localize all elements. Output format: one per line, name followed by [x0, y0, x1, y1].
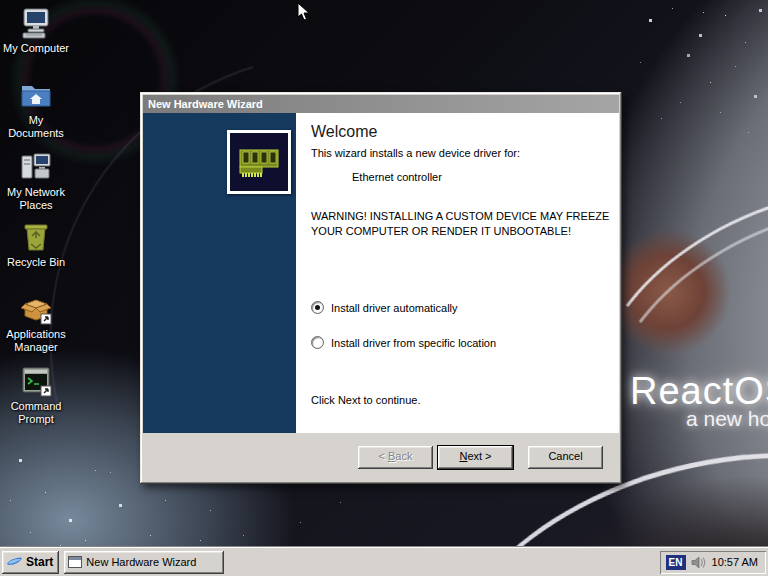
wizard-heading: Welcome — [311, 123, 377, 141]
start-logo-icon — [6, 555, 23, 570]
desktop-icon-my-documents[interactable]: My Documents — [2, 78, 70, 140]
wizard-hint-text: Click Next to continue. — [311, 394, 420, 406]
system-tray: EN 10:57 AM — [660, 551, 766, 574]
desktop-icon-command-prompt[interactable]: Command Prompt — [2, 364, 70, 426]
button-text: ext > — [467, 450, 491, 462]
desktop-icon-label: Recycle Bin — [2, 256, 70, 269]
recycle-bin-icon — [19, 220, 53, 254]
mouse-cursor-icon — [297, 2, 311, 22]
command-prompt-icon — [19, 364, 53, 398]
ram-module-icon — [236, 142, 282, 182]
next-button[interactable]: Next > — [437, 445, 514, 470]
desktop-icon-label: My Documents — [2, 114, 70, 140]
radio-install-automatically[interactable]: Install driver automatically — [311, 301, 458, 314]
button-text: Cancel — [548, 450, 582, 462]
my-network-places-icon — [19, 150, 53, 184]
task-button-new-hardware-wizard[interactable]: New Hardware Wizard — [64, 551, 224, 574]
window-titlebar[interactable]: New Hardware Wizard — [143, 95, 619, 113]
radio-install-specific-location[interactable]: Install driver from specific location — [311, 336, 496, 349]
keyboard-layout-indicator[interactable]: EN — [666, 555, 686, 570]
radio-label: Install driver automatically — [331, 302, 458, 314]
my-computer-icon — [19, 6, 53, 40]
device-name-text: Ethernet controller — [352, 171, 442, 183]
desktop-icon-my-computer[interactable]: My Computer — [2, 6, 70, 55]
wizard-side-panel — [143, 113, 296, 433]
applications-manager-icon — [19, 292, 53, 326]
radio-button-icon[interactable] — [311, 336, 324, 349]
start-label: Start — [26, 555, 53, 569]
wizard-content: Welcome This wizard installs a new devic… — [296, 113, 619, 433]
wallpaper-tagline-text: a new hope — [686, 407, 768, 431]
desktop-icon-my-network-places[interactable]: My Network Places — [2, 150, 70, 212]
wizard-body: Welcome This wizard installs a new devic… — [143, 113, 619, 433]
radio-button-icon[interactable] — [311, 301, 324, 314]
desktop-icon-label: My Network Places — [2, 186, 70, 212]
window-title: New Hardware Wizard — [148, 98, 263, 110]
desktop-icon-recycle-bin[interactable]: Recycle Bin — [2, 220, 70, 269]
wizard-intro-text: This wizard installs a new device driver… — [311, 147, 520, 159]
desktop-icon-label: Command Prompt — [2, 400, 70, 426]
radio-label: Install driver from specific location — [331, 337, 496, 349]
task-button-label: New Hardware Wizard — [86, 556, 196, 568]
wizard-footer: < Back Next > Cancel — [143, 433, 619, 481]
taskbar-clock[interactable]: 10:57 AM — [712, 556, 758, 568]
warning-text: WARNING! INSTALLING A CUSTOM DEVICE MAY … — [311, 209, 611, 239]
my-documents-icon — [19, 78, 53, 112]
desktop-icon-applications-manager[interactable]: Applications Manager — [2, 292, 70, 354]
desktop-icon-label: My Computer — [2, 42, 70, 55]
volume-icon[interactable] — [691, 556, 706, 569]
start-button[interactable]: Start — [2, 551, 59, 574]
button-text: ack — [395, 450, 412, 462]
new-hardware-wizard-window: New Hardware Wizard — [140, 92, 622, 484]
cancel-button[interactable]: Cancel — [528, 446, 603, 469]
hardware-image-frame — [227, 130, 291, 194]
button-text: < — [379, 450, 388, 462]
starfield — [0, 0, 1, 1]
window-task-icon — [68, 556, 82, 568]
desktop: ReactOS a new hope My Computer My Docume… — [0, 0, 768, 576]
desktop-icon-label: Applications Manager — [2, 328, 70, 354]
taskbar: Start New Hardware Wizard EN 10:57 AM — [0, 547, 768, 576]
back-button[interactable]: < Back — [358, 446, 433, 469]
